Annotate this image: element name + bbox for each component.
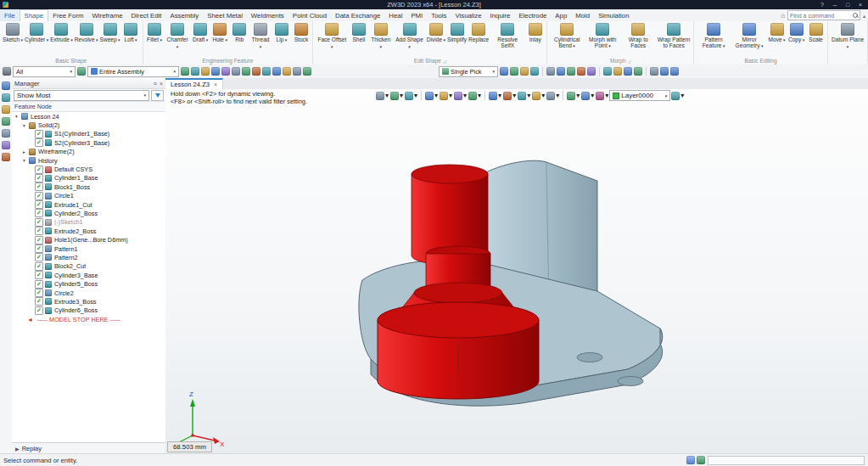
tree-checkbox[interactable]: ✓: [35, 236, 43, 244]
tree-checkbox[interactable]: ✓: [35, 289, 43, 297]
file-panel-icon[interactable]: [2, 153, 10, 161]
snap-center-icon[interactable]: [577, 67, 585, 76]
tree-checkbox[interactable]: ✓: [35, 218, 43, 227]
tree-item-cylinder1-base[interactable]: ✓Cylinder1_Base: [12, 174, 165, 182]
filter-datum-icon[interactable]: [252, 67, 260, 76]
home-icon[interactable]: ⌂: [781, 12, 785, 20]
ribbon-button-rib[interactable]: Rib: [230, 22, 249, 42]
collapse-icon[interactable]: ▾: [21, 123, 27, 128]
tree-checkbox[interactable]: ✓: [35, 280, 43, 289]
tree-checkbox[interactable]: ✓: [35, 306, 43, 315]
view-orientation-icon[interactable]: ▾: [376, 92, 389, 100]
menu-tab-simulation[interactable]: Simulation: [594, 9, 633, 21]
tree-item-default-csys[interactable]: ✓Default CSYS: [12, 165, 165, 173]
tree-checkbox[interactable]: ✓: [35, 182, 43, 191]
layer-manager-icon[interactable]: ▾: [671, 92, 684, 100]
snap-intersect-icon[interactable]: [587, 67, 596, 76]
ribbon-button-thread[interactable]: Thread ▾: [249, 22, 272, 50]
section-view-icon[interactable]: ▾: [440, 92, 452, 100]
view-panel-icon[interactable]: [2, 117, 10, 126]
display-mode-icon[interactable]: ▾: [390, 92, 403, 100]
menu-tab-mold[interactable]: Mold: [571, 9, 594, 21]
collapse-icon[interactable]: ▾: [21, 158, 27, 163]
tree-item-cylinder6-boss[interactable]: ✓Cylinder6_Boss: [12, 306, 165, 315]
ribbon-button-cylindrical-bend[interactable]: Cylindrical Bend ▾: [549, 22, 585, 49]
pick-mode-combo[interactable]: Single Pick▾: [439, 66, 498, 77]
tree-item-hole1-gene-bore-d6mm[interactable]: ✓Hole1(Gene...Bore D6mm): [12, 235, 165, 244]
input-distance-icon[interactable]: [634, 67, 642, 76]
input-point-icon[interactable]: [603, 67, 612, 76]
filter-shape-icon[interactable]: [191, 67, 199, 76]
menu-tab-sheet-metal[interactable]: Sheet Metal: [203, 9, 247, 21]
filter-display-icon[interactable]: ▾: [581, 92, 594, 100]
menu-tab-pmi[interactable]: PMI: [406, 9, 427, 21]
tree-item-model-stop[interactable]: ◄----- MODEL STOP HERE -----: [12, 315, 165, 323]
menu-tab-direct-edit[interactable]: Direct Edit: [126, 9, 165, 21]
filter-sketch-icon[interactable]: [242, 67, 250, 76]
ribbon-button-datum-plane[interactable]: Datum Plane ▾: [830, 22, 865, 50]
pick-box-icon[interactable]: [500, 67, 508, 76]
visual-style-icon[interactable]: ▾: [425, 92, 438, 100]
viewport[interactable]: Hold down <F2> for dynamic viewing. <F8>…: [165, 89, 868, 454]
redo-icon[interactable]: [670, 67, 679, 76]
csys-display-icon[interactable]: ▾: [503, 92, 516, 100]
tree-checkbox[interactable]: ✓: [35, 174, 43, 182]
tree-item-sketch1[interactable]: ✓(-)Sketch1: [12, 218, 165, 227]
ribbon-button-chamfer[interactable]: Chamfer ▾: [165, 22, 191, 50]
ribbon-button-draft[interactable]: Draft ▾: [191, 22, 210, 43]
history-panel-icon[interactable]: [2, 93, 10, 102]
tree-checkbox[interactable]: ✓: [35, 200, 43, 209]
pick-polygon-icon[interactable]: [510, 67, 518, 76]
ribbon-button-fillet[interactable]: Fillet ▾: [145, 22, 165, 43]
tree-checkbox[interactable]: ✓: [35, 227, 43, 235]
config-icon[interactable]: ▾: [596, 92, 608, 100]
tree-item-cylinder2-boss[interactable]: ✓Cylinder2_Boss: [12, 209, 165, 217]
expand-icon[interactable]: ▸: [21, 149, 27, 154]
ribbon-button-move[interactable]: Move ▾: [767, 22, 787, 43]
pick-last-icon[interactable]: [77, 67, 86, 76]
ribbon-button-mirror-geometry[interactable]: Mirror Geometry ▾: [731, 22, 767, 49]
manager-panel-icon[interactable]: [2, 81, 10, 90]
menu-tab-tools[interactable]: Tools: [427, 9, 451, 21]
snap-mid-icon[interactable]: [567, 67, 575, 76]
ribbon-button-stock[interactable]: Stock: [291, 22, 311, 42]
ribbon-button-inlay[interactable]: Inlay: [525, 22, 545, 42]
menu-tab-file[interactable]: File: [0, 9, 20, 21]
tree-item-cylinder5-boss[interactable]: ✓Cylinder5_Boss: [12, 279, 165, 288]
filter-feature-icon[interactable]: [262, 67, 271, 76]
minimize-button[interactable]: –: [829, 0, 841, 9]
tree-item-s1-cylinder1-base[interactable]: ✓S1(Cylinder1_Base): [12, 130, 165, 138]
filter-all-icon[interactable]: [181, 67, 189, 76]
pick-filter-icon[interactable]: [3, 67, 11, 76]
menu-tab-app[interactable]: App: [551, 9, 571, 21]
assembly-scope-combo[interactable]: Entire Assembly▾: [87, 66, 179, 77]
menu-tab-electrode[interactable]: Electrode: [514, 9, 551, 21]
ribbon-button-shell[interactable]: Shell: [349, 22, 368, 42]
ribbon-button-face-offset[interactable]: Face Offset ▾: [315, 22, 349, 50]
visual-panel-icon[interactable]: [2, 129, 10, 138]
filter-dimension-icon[interactable]: [283, 67, 291, 76]
tree-item-block1-boss[interactable]: ✓Block1_Boss: [12, 182, 165, 191]
tab-close-icon[interactable]: ×: [214, 81, 217, 87]
status-grid-icon[interactable]: [686, 456, 695, 464]
tree-checkbox[interactable]: ✓: [35, 262, 43, 271]
tree-checkbox[interactable]: ✓: [35, 244, 43, 253]
assembly-panel-icon[interactable]: [2, 141, 10, 149]
ribbon-button-sweep[interactable]: Sweep ▾: [98, 22, 120, 43]
collapse-icon[interactable]: ▾: [14, 114, 20, 119]
manager-close-icon[interactable]: ×: [160, 81, 163, 87]
status-display-icon[interactable]: [697, 456, 705, 464]
input-angle-icon[interactable]: [624, 67, 632, 76]
tree-item-circle2[interactable]: ✓Circle2: [12, 289, 165, 297]
close-button[interactable]: ×: [854, 0, 866, 9]
snap-end-icon[interactable]: [557, 67, 565, 76]
manager-menu-icon[interactable]: ≡: [154, 81, 157, 87]
menu-tab-heal[interactable]: Heal: [384, 9, 406, 21]
tree-item-s2-cylinder3-base[interactable]: ✓S2(Cylinder3_Base): [12, 138, 165, 147]
undo-icon[interactable]: [660, 67, 669, 76]
tree-item-pattern1[interactable]: ✓Pattern1: [12, 244, 165, 253]
status-prompt-box[interactable]: [708, 456, 865, 465]
tree-checkbox[interactable]: ✓: [35, 253, 43, 261]
input-offset-icon[interactable]: [613, 67, 622, 76]
command-search-input[interactable]: [790, 13, 851, 19]
